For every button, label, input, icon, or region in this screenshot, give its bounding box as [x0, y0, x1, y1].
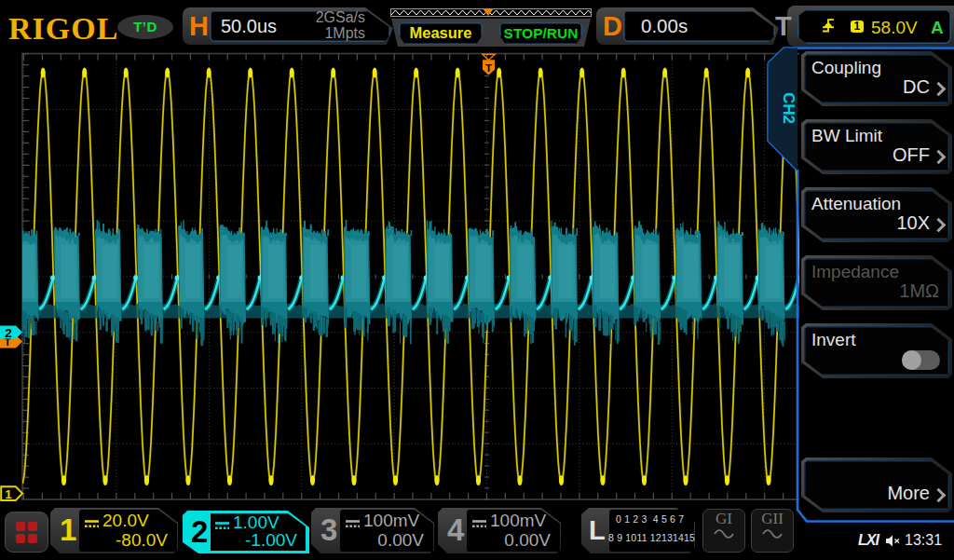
svg-text:CH2: CH2 [780, 92, 797, 124]
